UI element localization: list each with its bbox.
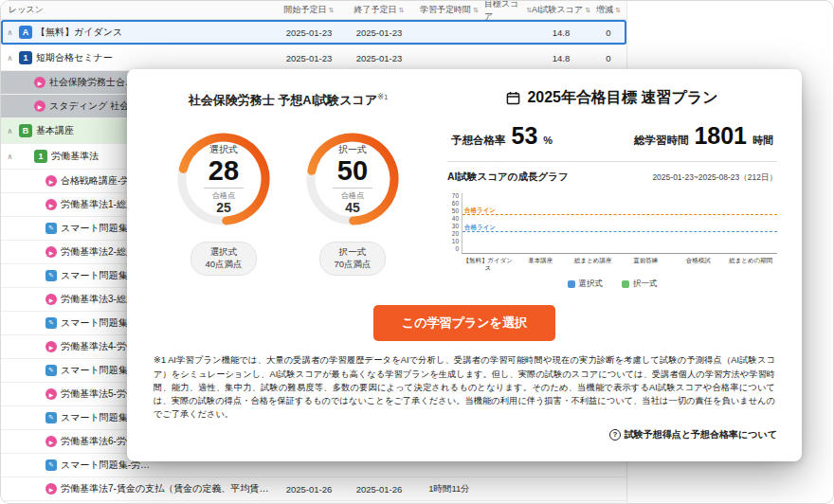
table-row[interactable]: ▶労働基準法7-賃金の支払（賃金の定義、平均賃金）2025-01-262025-… [1, 477, 626, 501]
x-tick-label: 【無料】ガイダンス [462, 257, 515, 272]
plan-title-row: 2025年合格目標 速習プラン [447, 88, 777, 108]
score-readout: 択一式50合格点45 [301, 128, 404, 230]
lesson-label: 労働基準法3-総則 [61, 293, 136, 306]
sort-icon: ⇅ [615, 7, 621, 14]
smart-quiz-icon: ✎ [45, 412, 57, 423]
x-tick-label: 直前答練 [620, 257, 673, 272]
y-tick-label: 70 [452, 193, 459, 200]
score-gauges: 選択式28合格点25選択式40点満点択一式50合格点45択一式70点満点 [152, 128, 425, 276]
stat-unit: % [543, 135, 553, 146]
x-tick-label: 総まとめの期間 [725, 257, 778, 272]
x-tick-label: 合格模試 [672, 257, 725, 272]
smart-quiz-icon: ✎ [45, 270, 57, 281]
column-header-label: レッスン [9, 4, 44, 16]
collapse-caret[interactable]: ∧ [5, 127, 15, 135]
end-cell: 2025-01-23 [344, 27, 414, 38]
y-tick-label: 40 [452, 216, 459, 223]
legend-swatch [622, 280, 629, 288]
chart-plot-area: 合格ライン合格ライン [462, 193, 777, 254]
score-type-label: 択一式 [338, 143, 367, 156]
sort-icon: ⇅ [399, 7, 405, 14]
pass-score-value: 45 [345, 201, 360, 215]
column-header-label: 終了予定日 [354, 4, 397, 16]
lesson-cell: ∧A【無料】ガイダンス [1, 26, 274, 39]
video-lesson-icon: ▶ [45, 175, 57, 187]
smart-quiz-icon: ✎ [45, 365, 57, 376]
column-header-label: AI試験スコア [532, 4, 583, 16]
y-tick-label: 20 [452, 231, 459, 238]
collapse-caret[interactable]: ∧ [5, 54, 15, 63]
lesson-label: 短期合格セミナー [36, 51, 113, 64]
score-gauge-1: 択一式50合格点45択一式70点満点 [301, 128, 404, 276]
plan-stat-1: 総学習時間1801時間 [634, 122, 773, 150]
section-badge: A [19, 26, 32, 39]
column-header-target[interactable]: 目標スコア⇅ [484, 0, 532, 23]
pass-score-value: 25 [216, 201, 231, 215]
collapse-caret[interactable]: ∧ [5, 153, 15, 161]
stat-unit: 時間 [752, 134, 773, 148]
section-badge: 1 [34, 150, 47, 163]
score-panel-title: 社会保険労務士 予想AI試験スコア※1 [152, 92, 425, 109]
sort-icon: ⇅ [329, 7, 335, 14]
bar-groups [462, 193, 777, 253]
smart-quiz-icon: ✎ [45, 459, 57, 471]
chart-y-axis: 706050403020100 [447, 193, 462, 253]
video-lesson-icon: ▶ [45, 294, 57, 305]
video-lesson-icon: ▶ [45, 388, 57, 400]
x-tick-label: 基本講座 [515, 257, 568, 272]
video-lesson-icon: ▶ [45, 246, 57, 258]
score-growth-chart: 706050403020100 合格ライン合格ライン [447, 193, 777, 254]
max-score-pill: 選択式40点満点 [190, 242, 256, 276]
collapse-caret[interactable]: ∧ [5, 28, 15, 37]
column-header-label: 学習予定時間 [420, 4, 471, 16]
y-tick-label: 30 [452, 224, 459, 230]
ai-cell: 14.8 [532, 53, 590, 63]
footnote-mark: ※1 [377, 93, 388, 101]
smart-quiz-icon: ✎ [45, 223, 57, 234]
gauge-divider [204, 188, 244, 189]
video-lesson-icon: ▶ [34, 100, 45, 112]
lesson-label: スタディング 社会… [49, 99, 138, 113]
column-header-diff[interactable]: 増減⇅ [590, 4, 626, 16]
section-badge: B [19, 124, 32, 137]
legend-label: 選択式 [579, 279, 604, 290]
help-link-label: 試験予想得点と予想合格率について [625, 428, 777, 441]
column-header-start[interactable]: 開始予定日⇅ [274, 4, 344, 16]
y-tick-label: 10 [452, 239, 459, 245]
section-badge: 1 [19, 51, 32, 64]
score-ring: 択一式50合格点45 [301, 128, 404, 230]
end-cell: 2025-01-26 [344, 484, 414, 495]
chart-x-axis: 【無料】ガイダンス基本講座総まとめ講座直前答練合格模試総まとめの期間 [462, 257, 777, 272]
plan-panel: 2025年合格目標 速習プラン 予想合格率53%総学習時間1801時間 AI試験… [447, 86, 777, 290]
pill-type-label: 選択式 [205, 246, 242, 259]
y-tick-label: 0 [455, 246, 459, 253]
video-lesson-icon: ▶ [34, 77, 45, 88]
column-header-lesson[interactable]: レッスン [1, 4, 274, 16]
legend-item-0: 選択式 [568, 279, 604, 290]
legend-label: 択一式 [633, 279, 658, 290]
diff-cell: 0 [590, 53, 626, 63]
ai-cell: 14.8 [532, 27, 590, 38]
lesson-label: 労働基準法 [51, 150, 99, 163]
chart-title: AI試験スコアの成長グラフ [447, 171, 569, 184]
column-header-time[interactable]: 学習予定時間⇅ [414, 4, 484, 16]
smart-quiz-icon: ✎ [45, 317, 57, 329]
table-row[interactable]: ∧A【無料】ガイダンス2025-01-232025-01-2314.80 [1, 20, 626, 45]
legend-item-1: 択一式 [622, 279, 658, 290]
time-cell: 1時間11分 [414, 483, 484, 495]
score-ring: 選択式28合格点25 [172, 128, 275, 230]
divider [447, 161, 777, 162]
score-gauge-0: 選択式28合格点25選択式40点満点 [172, 128, 275, 276]
stat-label: 予想合格率 [451, 134, 506, 148]
column-header-end[interactable]: 終了予定日⇅ [344, 4, 414, 16]
help-link[interactable]: ? 試験予想得点と予想合格率について [152, 428, 777, 441]
column-header-ai[interactable]: AI試験スコア⇅ [532, 4, 590, 16]
table-header-row: レッスン開始予定日⇅終了予定日⇅学習予定時間⇅目標スコア⇅AI試験スコア⇅増減⇅ [1, 1, 626, 20]
ai-plan-modal: 社会保険労務士 予想AI試験スコア※1 選択式28合格点25選択式40点満点択一… [127, 69, 802, 461]
pill-type-label: 択一式 [334, 246, 371, 259]
select-plan-button[interactable]: この学習プランを選択 [373, 305, 555, 341]
pill-max-label: 70点満点 [334, 259, 371, 271]
table-row[interactable]: ∧1短期合格セミナー2025-01-232025-01-2314.80 [1, 45, 626, 71]
y-tick-label: 60 [452, 201, 459, 207]
score-type-label: 選択式 [209, 143, 238, 156]
